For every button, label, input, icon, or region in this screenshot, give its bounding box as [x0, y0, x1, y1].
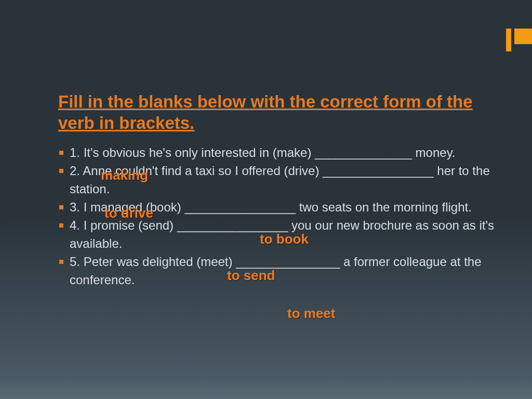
answer-overlay: making	[101, 167, 148, 183]
item-text: 5. Peter was delighted (meet) __________…	[70, 255, 482, 287]
accent-bar-icon	[506, 29, 511, 51]
slide-content: Fill in the blanks below with the correc…	[58, 91, 496, 289]
accent-block-icon	[514, 29, 532, 44]
list-item: 5. Peter was delighted (meet) __________…	[58, 252, 496, 289]
answer-overlay: to send	[227, 268, 275, 284]
answer-overlay: to book	[260, 231, 309, 247]
corner-accent	[506, 29, 532, 51]
list-item: 1. It's obvious he's only interested in …	[58, 143, 496, 162]
answer-overlay: to drive	[104, 205, 153, 221]
item-text: 1. It's obvious he's only interested in …	[70, 145, 456, 159]
page-title: Fill in the blanks below with the correc…	[58, 91, 496, 134]
answer-overlay: to meet	[287, 305, 335, 322]
